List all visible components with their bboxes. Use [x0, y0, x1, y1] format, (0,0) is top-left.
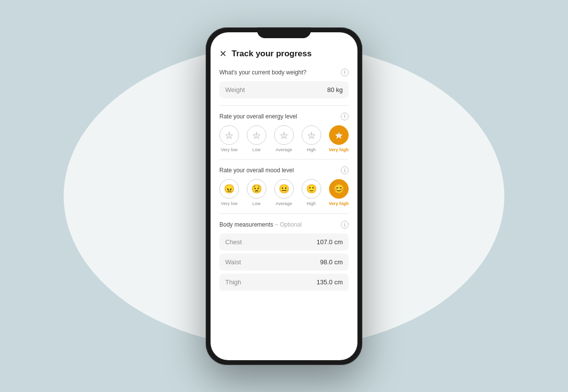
weight-section-label: What's your current body weight?	[219, 69, 307, 76]
measurements-info-icon[interactable]: i	[341, 221, 349, 229]
mood-option-very-low[interactable]: 😠 Very low	[219, 179, 239, 207]
waist-field-value: 98.0 cm	[320, 258, 343, 266]
chest-input-field[interactable]: Chest 107.0 cm	[219, 233, 349, 251]
energy-label-row: Rate your overall energy level i	[219, 113, 349, 120]
phone-device: ✕ Track your progress What's your curren…	[206, 27, 362, 365]
phone-notch	[257, 27, 311, 38]
energy-info-icon[interactable]: i	[341, 113, 349, 120]
measurements-optional-label: – Optional	[275, 221, 302, 228]
weight-section: What's your current body weight? i Weigh…	[219, 69, 349, 98]
mood-circle-average: 😐	[274, 179, 294, 199]
energy-option-very-high[interactable]: Very high	[329, 125, 349, 153]
page-header: ✕ Track your progress	[219, 49, 349, 59]
mood-label-low: Low	[253, 201, 261, 207]
chest-field-label: Chest	[225, 238, 242, 246]
weight-label-row: What's your current body weight? i	[219, 69, 349, 76]
mood-section: Rate your overall mood level i 😠 Very lo…	[219, 166, 349, 207]
energy-option-low[interactable]: Low	[247, 125, 266, 153]
divider-2	[219, 159, 349, 160]
mood-label-very-low: Very low	[221, 201, 237, 207]
energy-option-very-low[interactable]: Very low	[219, 125, 239, 153]
energy-circle-low	[247, 125, 266, 145]
energy-section: Rate your overall energy level i Very lo…	[219, 113, 349, 153]
mood-circle-very-high: 😊	[329, 179, 349, 199]
measurements-section-label: Body measurements – Optional	[219, 221, 302, 228]
mood-option-average[interactable]: 😐 Average	[274, 179, 294, 207]
mood-circle-high: 🙂	[302, 179, 321, 199]
waist-field-label: Waist	[225, 258, 241, 266]
weight-input-field[interactable]: Weight 80 kg	[219, 81, 349, 98]
page-title: Track your progress	[232, 49, 311, 59]
energy-circle-high	[302, 125, 321, 145]
mood-label-average: Average	[276, 201, 292, 207]
mood-section-label: Rate your overall mood level	[219, 167, 294, 174]
mood-label-high: High	[307, 201, 316, 207]
energy-section-label: Rate your overall energy level	[219, 113, 297, 120]
energy-circle-very-high	[329, 125, 349, 145]
divider-3	[219, 213, 349, 214]
mood-option-high[interactable]: 🙂 High	[302, 179, 321, 207]
measurements-section: Body measurements – Optional i Chest 107…	[219, 221, 349, 291]
mood-circle-low: 😟	[247, 179, 266, 199]
measurements-label-row: Body measurements – Optional i	[219, 221, 349, 229]
mood-circle-very-low: 😠	[219, 179, 239, 199]
thigh-field-value: 135.0 cm	[317, 278, 343, 286]
mood-rating-row: 😠 Very low 😟 Low 😐 Average	[219, 179, 349, 207]
energy-option-high[interactable]: High	[302, 125, 321, 153]
mood-option-low[interactable]: 😟 Low	[247, 179, 266, 207]
mood-label-very-high: Very high	[329, 201, 349, 207]
energy-label-average: Average	[276, 147, 292, 153]
energy-label-low: Low	[253, 147, 261, 153]
phone-screen: ✕ Track your progress What's your curren…	[211, 32, 357, 360]
weight-field-value: 80 kg	[327, 86, 343, 93]
mood-info-icon[interactable]: i	[341, 166, 349, 174]
weight-field-label: Weight	[225, 86, 245, 93]
energy-circle-very-low	[219, 125, 239, 145]
energy-label-very-low: Very low	[221, 147, 237, 153]
chest-field-value: 107.0 cm	[317, 238, 343, 246]
thigh-input-field[interactable]: Thigh 135.0 cm	[219, 274, 349, 291]
energy-label-high: High	[307, 147, 316, 153]
weight-info-icon[interactable]: i	[341, 69, 349, 76]
close-button[interactable]: ✕	[219, 49, 227, 58]
energy-label-very-high: Very high	[329, 147, 349, 153]
energy-option-average[interactable]: Average	[274, 125, 294, 153]
thigh-field-label: Thigh	[225, 278, 241, 286]
divider-1	[219, 105, 349, 106]
mood-option-very-high[interactable]: 😊 Very high	[329, 179, 349, 207]
screen-content: ✕ Track your progress What's your curren…	[211, 32, 357, 360]
energy-circle-average	[274, 125, 294, 145]
mood-label-row: Rate your overall mood level i	[219, 166, 349, 174]
energy-rating-row: Very low Low	[219, 125, 349, 153]
phone-frame: ✕ Track your progress What's your curren…	[206, 27, 362, 365]
waist-input-field[interactable]: Waist 98.0 cm	[219, 254, 349, 271]
